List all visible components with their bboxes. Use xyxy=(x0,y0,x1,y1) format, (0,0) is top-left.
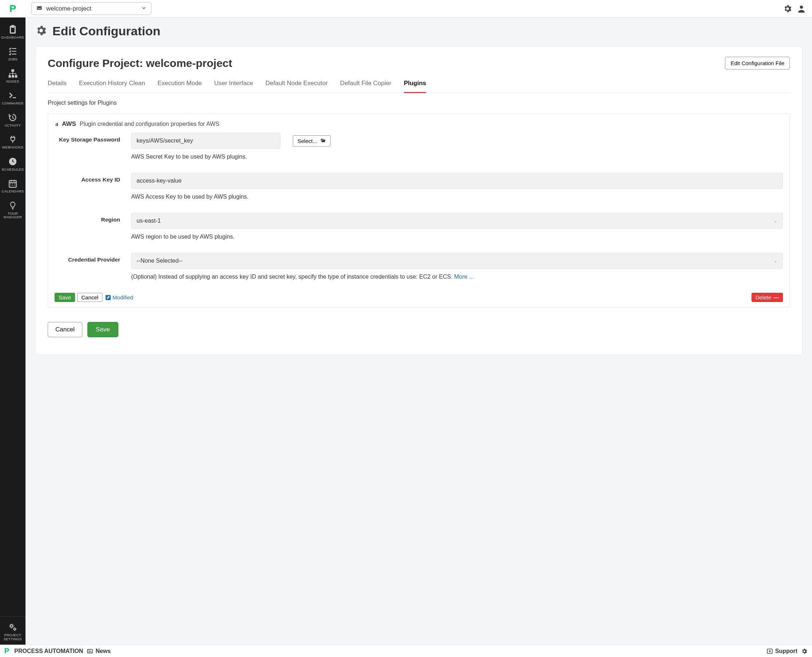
svg-rect-3 xyxy=(15,75,17,77)
tab-user-interface[interactable]: User Interface xyxy=(214,76,253,93)
sidebar-item-label: NODES xyxy=(6,80,19,83)
plugin-save-button[interactable]: Save xyxy=(55,293,75,302)
more-link[interactable]: More ... xyxy=(454,274,474,280)
sidebar-item-label: DASHBOARD xyxy=(2,36,24,39)
sidebar: P DASHBOARD JOBS NODES xyxy=(0,0,25,657)
tab-default-node-executor[interactable]: Default Node Executor xyxy=(265,76,328,93)
footer-brand: PROCESS AUTOMATION xyxy=(14,648,83,654)
sidebar-item-commands[interactable]: COMMANDS xyxy=(0,87,25,109)
edit-config-file-button[interactable]: Edit Configuration File xyxy=(725,57,790,70)
select-button-label: Select... xyxy=(297,138,317,144)
svg-point-7 xyxy=(14,628,16,630)
help-key-storage: AWS Secret Key to be used by AWS plugins… xyxy=(131,153,783,161)
plugin-description: Plugin credential and configuration prop… xyxy=(80,121,220,127)
credential-provider-value: --None Selected-- xyxy=(137,258,183,264)
access-key-input[interactable] xyxy=(131,173,783,189)
sidebar-item-tour-manager[interactable]: TOUR MANAGER xyxy=(0,197,25,223)
help-credential-provider: (Optional) Instead of supplying an acces… xyxy=(131,272,783,281)
settings-gear-icon[interactable] xyxy=(783,4,792,14)
sidebar-item-label: PROJECT SETTINGS xyxy=(4,634,22,641)
sidebar-item-calendars[interactable]: CALENDARS xyxy=(0,175,25,197)
sidebar-item-label: ACTIVITY xyxy=(5,124,21,127)
svg-point-8 xyxy=(800,5,803,9)
chevron-down-icon: ⌄ xyxy=(774,218,778,223)
gears-icon xyxy=(8,623,17,632)
tab-execution-history-clean[interactable]: Execution History Clean xyxy=(79,76,145,93)
plugin-cancel-button[interactable]: Cancel xyxy=(77,293,102,302)
region-value: us-east-1 xyxy=(137,218,161,224)
label-credential-provider: Credential Provider xyxy=(55,253,120,263)
config-card: Configure Project: welcome-project Edit … xyxy=(35,46,803,355)
footer-support[interactable]: Support xyxy=(767,648,798,654)
project-name: welcome-project xyxy=(46,5,91,12)
minus-icon: — xyxy=(773,294,779,300)
sidebar-item-jobs[interactable]: JOBS xyxy=(0,43,25,65)
network-icon xyxy=(8,69,17,78)
topbar: welcome-project xyxy=(25,0,812,17)
sidebar-item-label: SCHEDULES xyxy=(2,168,24,171)
content: Edit Configuration Configure Project: we… xyxy=(25,17,812,657)
inbox-icon xyxy=(36,5,42,12)
label-region: Region xyxy=(55,213,120,223)
plugin-delete-button[interactable]: Delete — xyxy=(751,293,783,302)
logo-p-icon: P xyxy=(9,3,16,14)
checklist-icon xyxy=(8,47,17,56)
label-access-key: Access Key ID xyxy=(55,173,120,183)
modified-badge: Modified xyxy=(106,294,133,300)
folder-open-icon xyxy=(320,138,326,144)
svg-rect-1 xyxy=(9,75,11,77)
page-cancel-button[interactable]: Cancel xyxy=(48,322,82,337)
footer: P PROCESS AUTOMATION News Support xyxy=(0,645,812,657)
bulb-icon xyxy=(8,201,17,210)
label-key-storage-password: Key Storage Password xyxy=(55,133,120,143)
page-save-button[interactable]: Save xyxy=(87,322,118,337)
edit-icon xyxy=(106,295,111,300)
tab-plugins[interactable]: Plugins xyxy=(404,76,426,93)
sidebar-item-activity[interactable]: ACTIVITY xyxy=(0,109,25,131)
svg-point-6 xyxy=(11,625,13,627)
history-icon xyxy=(8,113,17,122)
sidebar-item-nodes[interactable]: NODES xyxy=(0,65,25,87)
calendar-icon xyxy=(8,179,17,188)
section-subhead: Project settings for Plugins xyxy=(48,100,790,106)
gear-icon xyxy=(35,24,47,38)
clock-icon xyxy=(8,157,17,166)
sidebar-item-webhooks[interactable]: WEBHOOKS xyxy=(0,131,25,153)
logo[interactable]: P xyxy=(0,0,25,17)
user-icon[interactable] xyxy=(797,4,806,14)
clipboard-icon xyxy=(8,25,17,34)
plugin-panel-aws: a AWS Plugin credential and configuratio… xyxy=(48,114,790,307)
select-key-button[interactable]: Select... xyxy=(293,135,331,146)
region-select[interactable]: us-east-1 ⌄ xyxy=(131,213,783,229)
credential-provider-select[interactable]: --None Selected-- ⌄ xyxy=(131,253,783,269)
plug-icon xyxy=(8,135,17,144)
sidebar-item-label: JOBS xyxy=(8,58,17,61)
sidebar-item-label: TOUR MANAGER xyxy=(4,212,22,220)
sidebar-item-project-settings[interactable]: PROJECT SETTINGS xyxy=(0,619,25,645)
project-selector[interactable]: welcome-project xyxy=(31,2,151,15)
sidebar-item-dashboard[interactable]: DASHBOARD xyxy=(0,21,25,43)
card-title: Configure Project: welcome-project xyxy=(48,57,232,70)
sidebar-item-schedules[interactable]: SCHEDULES xyxy=(0,153,25,175)
tab-default-file-copier[interactable]: Default File Copier xyxy=(340,76,392,93)
tabs: Details Execution History Clean Executio… xyxy=(48,76,790,93)
help-access-key: AWS Access Key to be used by AWS plugins… xyxy=(131,192,783,201)
sidebar-item-label: CALENDARS xyxy=(2,190,24,193)
page-title: Edit Configuration xyxy=(52,24,161,38)
sidebar-item-label: COMMANDS xyxy=(2,101,23,105)
tab-execution-mode[interactable]: Execution Mode xyxy=(157,76,202,93)
tab-details[interactable]: Details xyxy=(48,76,67,93)
footer-logo-icon: P xyxy=(5,647,9,655)
footer-gear-icon[interactable] xyxy=(801,648,807,654)
aws-a-icon: a xyxy=(55,121,58,127)
svg-rect-2 xyxy=(12,75,14,77)
terminal-icon xyxy=(8,90,17,100)
footer-news[interactable]: News xyxy=(87,648,111,654)
chevron-down-icon xyxy=(141,5,147,12)
chevron-down-icon: ⌄ xyxy=(774,258,778,263)
help-region: AWS region to be used by AWS plugins. xyxy=(131,232,783,241)
plugin-name: AWS xyxy=(62,120,76,128)
key-storage-input[interactable] xyxy=(131,133,280,149)
sidebar-item-label: WEBHOOKS xyxy=(2,145,23,149)
svg-rect-0 xyxy=(12,70,14,71)
